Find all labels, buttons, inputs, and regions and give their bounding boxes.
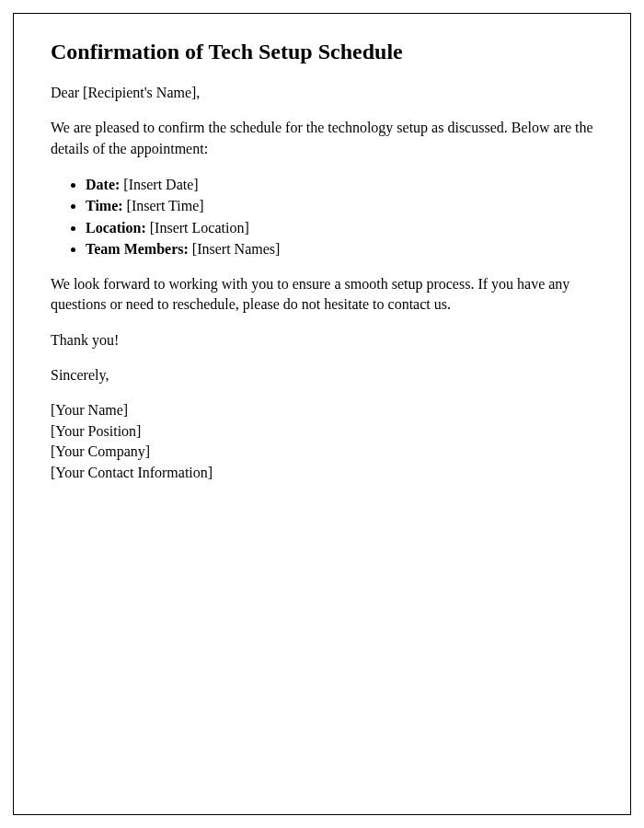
thanks-paragraph: Thank you! bbox=[51, 330, 593, 351]
detail-time-label: Time: bbox=[86, 198, 123, 213]
salutation: Dear [Recipient's Name], bbox=[51, 83, 593, 103]
detail-location-value: [Insert Location] bbox=[150, 220, 249, 236]
detail-team-value: [Insert Names] bbox=[192, 241, 281, 257]
detail-time: Time: [Insert Time] bbox=[86, 195, 593, 216]
intro-paragraph: We are pleased to confirm the schedule f… bbox=[51, 118, 593, 159]
signature-name: [Your Name] bbox=[51, 400, 593, 420]
detail-date-label: Date: bbox=[86, 177, 120, 192]
closing: Sincerely, bbox=[51, 365, 593, 385]
details-list: Date: [Insert Date] Time: [Insert Time] … bbox=[86, 174, 593, 259]
detail-date-value: [Insert Date] bbox=[123, 177, 198, 192]
page-title: Confirmation of Tech Setup Schedule bbox=[51, 40, 593, 64]
signature-company: [Your Company] bbox=[51, 442, 593, 462]
detail-team-label: Team Members: bbox=[86, 241, 189, 257]
detail-team: Team Members: [Insert Names] bbox=[86, 238, 593, 259]
document-container: Confirmation of Tech Setup Schedule Dear… bbox=[13, 13, 631, 815]
signature-position: [Your Position] bbox=[51, 421, 593, 442]
signature-block: [Your Name] [Your Position] [Your Compan… bbox=[51, 400, 593, 483]
body-paragraph: We look forward to working with you to e… bbox=[51, 274, 593, 316]
detail-location: Location: [Insert Location] bbox=[86, 217, 593, 238]
detail-date: Date: [Insert Date] bbox=[86, 174, 593, 195]
signature-contact: [Your Contact Information] bbox=[51, 463, 593, 483]
detail-location-label: Location: bbox=[86, 220, 146, 236]
detail-time-value: [Insert Time] bbox=[127, 198, 204, 213]
